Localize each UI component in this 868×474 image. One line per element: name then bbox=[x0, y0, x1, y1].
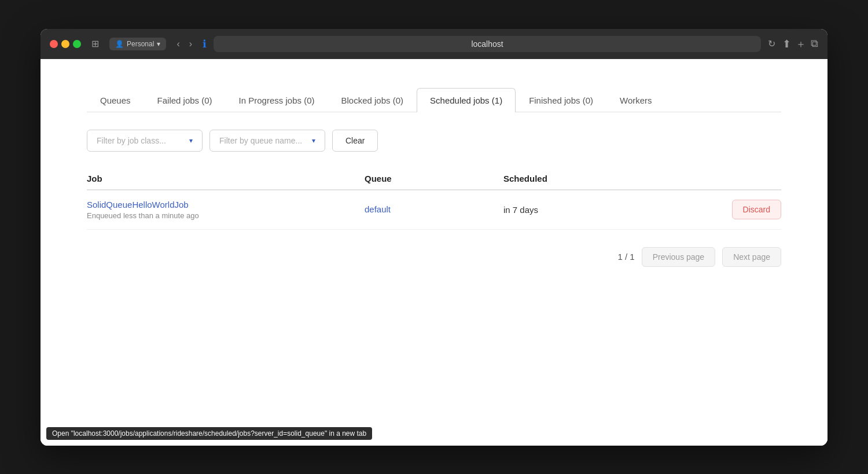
tab-finished[interactable]: Finished jobs (0) bbox=[516, 88, 606, 112]
pagination: 1 / 1 Previous page Next page bbox=[87, 247, 781, 267]
queue-name-placeholder: Filter by queue name... bbox=[219, 136, 302, 145]
discard-button[interactable]: Discard bbox=[732, 200, 781, 219]
scheduled-cell: in 7 days bbox=[503, 205, 642, 215]
profile-chevron-icon: ▾ bbox=[157, 40, 160, 48]
job-class-chevron-icon: ▾ bbox=[189, 137, 193, 145]
tabs-overview-button[interactable]: ⧉ bbox=[811, 38, 818, 50]
queue-link[interactable]: default bbox=[365, 204, 391, 214]
share-button[interactable]: ⬆ bbox=[782, 38, 791, 50]
minimize-button[interactable] bbox=[61, 40, 69, 48]
tab-failed[interactable]: Failed jobs (0) bbox=[144, 88, 226, 112]
tab-inprogress[interactable]: In Progress jobs (0) bbox=[226, 88, 328, 112]
job-cell: SolidQueueHelloWorldJob Enqueued less th… bbox=[87, 200, 365, 220]
clear-button[interactable]: Clear bbox=[332, 130, 378, 152]
info-icon: ℹ bbox=[203, 38, 207, 50]
page-info: 1 / 1 bbox=[617, 252, 634, 262]
jobs-table: Job Queue Scheduled SolidQueueHelloWorld… bbox=[87, 168, 781, 230]
back-button[interactable]: ‹ bbox=[173, 36, 183, 52]
profile-icon: 👤 bbox=[115, 40, 124, 48]
previous-page-button[interactable]: Previous page bbox=[642, 247, 716, 267]
forward-button[interactable]: › bbox=[186, 36, 196, 52]
profile-button[interactable]: 👤 Personal ▾ bbox=[109, 38, 166, 50]
job-class-filter[interactable]: Filter by job class... ▾ bbox=[87, 130, 203, 152]
tab-blocked[interactable]: Blocked jobs (0) bbox=[328, 88, 417, 112]
profile-label: Personal bbox=[127, 40, 154, 48]
filters-bar: Filter by job class... ▾ Filter by queue… bbox=[87, 130, 781, 152]
browser-chrome: ⊞ 👤 Personal ▾ ‹ › ℹ ↻ ⬆ ＋ ⧉ bbox=[41, 29, 827, 59]
address-bar[interactable] bbox=[214, 36, 761, 52]
status-bar-text: Open "localhost:3000/jobs/applications/r… bbox=[52, 429, 366, 438]
queue-name-filter[interactable]: Filter by queue name... ▾ bbox=[209, 130, 325, 152]
job-link[interactable]: SolidQueueHelloWorldJob bbox=[87, 200, 365, 210]
table-header: Job Queue Scheduled bbox=[87, 168, 781, 190]
header-actions bbox=[642, 174, 781, 183]
sidebar-toggle-button[interactable]: ⊞ bbox=[88, 36, 102, 52]
status-bar: Open "localhost:3000/jobs/applications/r… bbox=[46, 427, 372, 440]
tab-workers[interactable]: Workers bbox=[606, 88, 665, 112]
page-content: Queues Failed jobs (0) In Progress jobs … bbox=[41, 59, 827, 446]
reload-button[interactable]: ↻ bbox=[768, 38, 775, 49]
maximize-button[interactable] bbox=[73, 40, 81, 48]
job-class-placeholder: Filter by job class... bbox=[97, 136, 166, 145]
traffic-lights bbox=[50, 40, 81, 48]
queue-cell: default bbox=[365, 204, 503, 215]
tabs-bar: Queues Failed jobs (0) In Progress jobs … bbox=[87, 88, 781, 112]
next-page-button[interactable]: Next page bbox=[722, 247, 781, 267]
nav-buttons: ‹ › bbox=[173, 36, 196, 52]
browser-actions: ⬆ ＋ ⧉ bbox=[782, 37, 818, 51]
actions-cell: Discard bbox=[642, 200, 781, 219]
header-job: Job bbox=[87, 174, 365, 183]
table-row: SolidQueueHelloWorldJob Enqueued less th… bbox=[87, 190, 781, 230]
header-scheduled: Scheduled bbox=[503, 174, 642, 183]
new-tab-button[interactable]: ＋ bbox=[796, 37, 806, 51]
tab-scheduled[interactable]: Scheduled jobs (1) bbox=[417, 88, 516, 112]
tab-queues[interactable]: Queues bbox=[87, 88, 144, 112]
job-meta: Enqueued less than a minute ago bbox=[87, 211, 365, 220]
queue-name-chevron-icon: ▾ bbox=[312, 137, 315, 145]
close-button[interactable] bbox=[50, 40, 58, 48]
header-queue: Queue bbox=[365, 174, 503, 183]
